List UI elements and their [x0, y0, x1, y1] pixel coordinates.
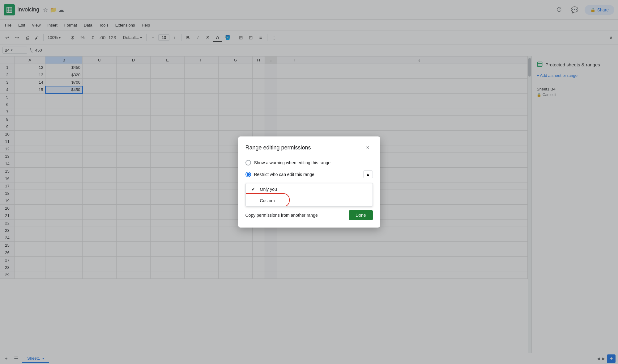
option-warning-radio[interactable] [245, 160, 251, 165]
dropdown-item-only-you[interactable]: ✓ Only you [246, 183, 373, 195]
permissions-dropdown-trigger[interactable]: ▲ [363, 170, 373, 178]
checkmark-only-you: ✓ [251, 186, 257, 192]
permissions-dropdown: ✓ Only you Custom [245, 183, 373, 207]
range-permissions-dialog: Range editing permissions × Show a warni… [238, 136, 380, 228]
copy-permissions-row: Copy permissions from another range Done [245, 209, 373, 220]
modal-body: Show a warning when editing this range R… [238, 156, 380, 228]
dropdown-item-custom[interactable]: Custom [246, 195, 373, 206]
option-warning-label: Show a warning when editing this range [254, 160, 331, 165]
dropdown-item-custom-label: Custom [260, 198, 275, 203]
option-restrict-row: Restrict who can edit this range ▲ [245, 168, 373, 181]
option-restrict-radio[interactable] [245, 172, 251, 177]
modal-overlay: Range editing permissions × Show a warni… [0, 0, 618, 364]
permissions-dropdown-area: ✓ Only you Custom Copy permissions from … [245, 183, 373, 220]
modal-close-button[interactable]: × [363, 143, 373, 153]
modal-header: Range editing permissions × [238, 136, 380, 156]
option-warning-row[interactable]: Show a warning when editing this range [245, 157, 373, 168]
dropdown-item-only-you-label: Only you [260, 187, 277, 192]
copy-permissions-label[interactable]: Copy permissions from another range [245, 213, 318, 218]
option-restrict-label: Restrict who can edit this range [254, 172, 314, 177]
dropdown-chevron-up: ▲ [366, 172, 370, 177]
modal-title: Range editing permissions [245, 144, 311, 151]
done-button[interactable]: Done [349, 210, 373, 220]
